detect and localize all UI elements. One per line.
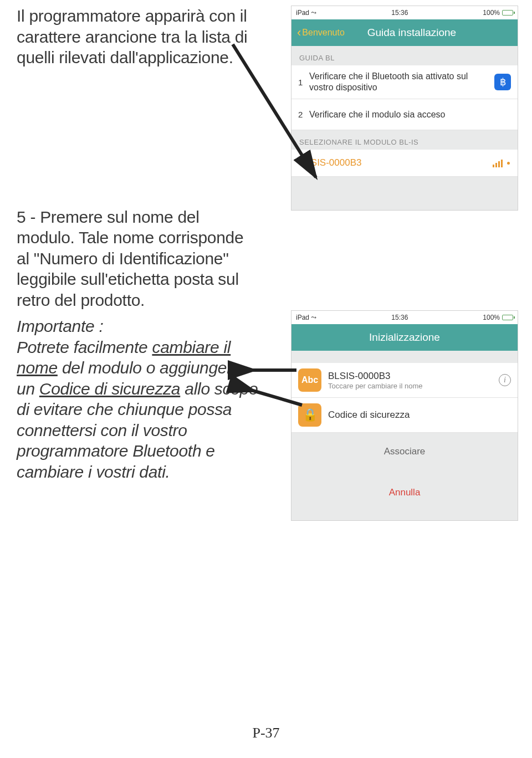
- signal-icon: [493, 158, 510, 167]
- module-sub: Toccare per cambiare il nome: [328, 382, 499, 390]
- wifi-icon: ⤳: [311, 9, 316, 17]
- status-carrier: iPad ⤳: [296, 9, 316, 17]
- bluetooth-icon: ฿: [494, 74, 511, 90]
- svg-line-0: [233, 44, 316, 177]
- arrow-to-security: [247, 386, 308, 416]
- doc-paragraph-2: 5 - Premere sul nome del modulo. Tale no…: [17, 207, 260, 311]
- status-bar: iPad ⤳ 15:36 100%: [291, 311, 518, 324]
- importante-label: Importante :: [17, 317, 103, 335]
- chevron-left-icon: ‹: [297, 25, 301, 40]
- arrow-to-rename: [247, 365, 302, 378]
- nav-bar: Inizializzazione: [291, 324, 518, 351]
- status-carrier: iPad ⤳: [296, 314, 316, 321]
- status-time: 15:36: [391, 314, 408, 321]
- svg-line-2: [251, 390, 302, 405]
- status-bar: iPad ⤳ 15:36 100%: [291, 6, 518, 19]
- wifi-icon: ⤳: [311, 314, 316, 321]
- associate-button[interactable]: Associare: [291, 433, 518, 460]
- page-number: P-37: [0, 725, 532, 741]
- module-name: BLSIS-0000B3: [328, 371, 499, 382]
- info-icon[interactable]: i: [499, 374, 511, 386]
- status-batt-pct: 100%: [483, 314, 500, 321]
- battery-icon: [502, 315, 513, 320]
- screen-title: Guida installazione: [311, 27, 512, 39]
- nav-bar: ‹ Benvenuto Guida installazione: [291, 19, 518, 46]
- arrow-to-module: [233, 44, 344, 202]
- screen-title: Inizializzazione: [297, 331, 512, 344]
- rename-row[interactable]: Abc BLSIS-0000B3 Toccare per cambiare il…: [291, 363, 518, 398]
- battery-icon: [502, 10, 513, 16]
- security-code-row[interactable]: 🔒 Codice di sicurezza: [291, 398, 518, 433]
- security-code-label: Codice di sicurezza: [328, 409, 511, 421]
- phone-screenshot-init: iPad ⤳ 15:36 100% Inizializzazione Abc B…: [291, 310, 518, 521]
- doc-paragraph-1: Il programmatore apparirà con il caratte…: [17, 6, 260, 68]
- doc-paragraph-importante: Importante : Potrete facilmente cambiare…: [17, 316, 260, 482]
- status-time: 15:36: [391, 9, 408, 17]
- status-batt-pct: 100%: [483, 9, 500, 17]
- importante-text: Potrete facilmente cambiare il nome del …: [17, 338, 258, 481]
- cancel-button[interactable]: Annulla: [291, 477, 518, 508]
